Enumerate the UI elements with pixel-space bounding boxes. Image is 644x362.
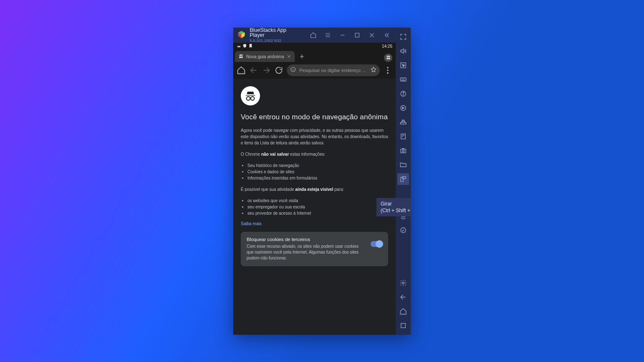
status-left-icons	[237, 44, 253, 49]
cookies-text: Bloquear cookies de terceiros Com esse r…	[247, 237, 365, 261]
svg-rect-0	[355, 33, 359, 37]
tab-title: Nova guia anônima	[246, 54, 284, 59]
page-content: Você entrou no modo de navegação anônima…	[233, 79, 396, 335]
bookmark-status-icon	[248, 44, 253, 49]
svg-point-12	[251, 96, 255, 100]
omnibox-placeholder: Pesquisar ou digitar endereço da W	[299, 68, 367, 73]
incognito-profile-icon[interactable]	[384, 54, 392, 62]
title-text: BlueStacks App Player 5.8.101.1002 N32	[250, 28, 301, 43]
incognito-status-icon	[237, 44, 241, 49]
home-button[interactable]	[308, 29, 319, 41]
sync-button[interactable]	[397, 88, 409, 100]
info-icon	[290, 67, 296, 74]
close-button[interactable]	[366, 29, 378, 41]
back-button[interactable]	[249, 66, 258, 75]
svg-rect-26	[401, 323, 406, 328]
hamburger-button[interactable]	[322, 29, 334, 41]
star-icon[interactable]	[371, 67, 376, 74]
android-back-button[interactable]	[397, 291, 409, 303]
forward-button[interactable]	[262, 66, 271, 75]
list-item: Seu histórico de navegação	[247, 162, 388, 169]
install-apk-button[interactable]	[397, 131, 409, 142]
screenshot-button[interactable]	[397, 145, 409, 157]
svg-rect-14	[400, 78, 406, 81]
svg-point-1	[237, 46, 239, 48]
bluestacks-logo-icon	[237, 30, 246, 40]
chrome-home-button[interactable]	[237, 66, 246, 75]
settings-button[interactable]	[397, 277, 409, 289]
visible-list: os websites que você visita seu empregad…	[241, 198, 388, 216]
page-heading: Você entrou no modo de navegação anônima	[241, 113, 388, 121]
macro-button[interactable]	[397, 102, 409, 114]
learn-more-link[interactable]: Saiba mais	[241, 221, 388, 226]
incognito-hero-icon	[241, 86, 260, 105]
chrome-toolbar: Pesquisar ou digitar endereço da W	[233, 62, 396, 79]
android-home-button[interactable]	[397, 306, 409, 317]
eco-mode-button[interactable]	[397, 224, 409, 236]
nosave-paragraph: O Chrome não vai salvar estas informaçõe…	[241, 151, 388, 157]
list-item: Cookies e dados de sites	[247, 169, 388, 175]
svg-rect-17	[400, 122, 406, 124]
maximize-button[interactable]	[352, 29, 363, 41]
chrome-tab-strip: Nova guia anônima	[233, 50, 396, 62]
clock: 14:26	[382, 44, 392, 49]
svg-point-4	[241, 56, 243, 58]
svg-point-8	[387, 67, 389, 68]
rotate-tooltip: Girar (Ctrl + Shift + 4	[376, 198, 411, 216]
svg-point-11	[247, 96, 250, 100]
cookies-title: Bloquear cookies de terceiros	[247, 237, 365, 242]
incognito-tab-icon	[238, 54, 244, 59]
visible-paragraph: É possível que sua atividade ainda estej…	[241, 186, 388, 193]
tab-close-button[interactable]	[286, 54, 291, 59]
minimize-button[interactable]	[337, 29, 348, 41]
rotate-button[interactable]	[397, 173, 409, 185]
browser-tab[interactable]: Nova guia anônima	[235, 51, 295, 62]
cookies-card: Bloquear cookies de terceiros Com esse r…	[241, 232, 388, 266]
intro-paragraph: Agora você pode navegar com privacidade,…	[241, 127, 388, 146]
svg-point-10	[387, 72, 389, 74]
titlebar: BlueStacks App Player 5.8.101.1002 N32	[233, 28, 396, 43]
chrome-menu-button[interactable]	[383, 66, 392, 75]
svg-point-9	[387, 69, 389, 71]
app-name: BlueStacks App Player	[250, 28, 301, 38]
svg-point-25	[402, 282, 404, 284]
main-column: BlueStacks App Player 5.8.101.1002 N32	[233, 28, 396, 335]
collapse-sidebar-button[interactable]	[381, 29, 392, 41]
sidebar	[396, 28, 411, 335]
svg-point-6	[388, 58, 390, 59]
android-recents-button[interactable]	[397, 320, 409, 331]
volume-button[interactable]	[397, 45, 409, 57]
svg-point-5	[386, 58, 388, 59]
svg-point-3	[239, 56, 241, 58]
android-status-bar: 14:26	[233, 43, 396, 50]
cookies-toggle[interactable]	[371, 241, 382, 247]
fullscreen-button[interactable]	[397, 31, 409, 43]
new-tab-button[interactable]	[296, 51, 307, 62]
tooltip-title: Girar	[381, 200, 407, 207]
address-bar[interactable]: Pesquisar ou digitar endereço da W	[287, 64, 380, 76]
media-folder-button[interactable]	[397, 159, 409, 171]
multi-instance-button[interactable]	[397, 116, 409, 128]
keyboard-controls-button[interactable]	[397, 74, 409, 85]
list-item: seu empregador ou sua escola	[247, 204, 388, 210]
app-version: 5.8.101.1002 N32	[250, 39, 301, 43]
list-item: seu provedor de acesso à Internet	[247, 210, 388, 216]
shield-status-icon	[242, 44, 247, 49]
list-item: Informações inseridas em formulários	[247, 175, 388, 181]
list-item: os websites que você visita	[247, 198, 388, 204]
svg-point-20	[402, 150, 404, 152]
svg-point-2	[239, 46, 241, 48]
lock-cursor-button[interactable]	[397, 59, 409, 71]
cookies-description: Com esse recurso ativado, os sites não p…	[247, 244, 365, 261]
nosave-list: Seu histórico de navegação Cookies e dad…	[241, 162, 388, 181]
tooltip-shortcut: (Ctrl + Shift + 4	[381, 207, 407, 214]
bluestacks-window: BlueStacks App Player 5.8.101.1002 N32	[233, 28, 411, 335]
svg-rect-19	[401, 149, 406, 153]
reload-button[interactable]	[274, 66, 283, 75]
